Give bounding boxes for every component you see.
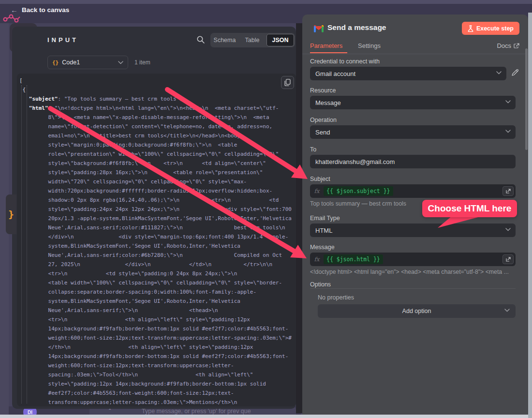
chevron-down-icon xyxy=(505,100,511,104)
expand-icon xyxy=(506,189,511,194)
panel-divider[interactable] xyxy=(296,23,302,413)
divider xyxy=(302,54,528,54)
operation-label: Operation xyxy=(310,117,337,123)
json-code-line: </th>\n <th align=\"left\" style=\"paddi… xyxy=(19,343,295,352)
json-code-line: "subject": "Top tools summary — best crm… xyxy=(19,94,295,104)
item-count: 1 item xyxy=(134,59,150,66)
chevron-down-icon xyxy=(505,130,511,133)
tab-table[interactable]: Table xyxy=(239,34,266,46)
tab-parameters[interactable]: Parameters xyxy=(310,42,342,49)
email-type-select[interactable]: HTML xyxy=(310,224,516,237)
json-code-line: shadow:0 2px 8px rgba(16,24,40,.06);\">\… xyxy=(19,195,295,205)
subject-preview: Top tools summary — best crm tools xyxy=(310,200,406,207)
docs-link[interactable]: Docs xyxy=(497,42,519,49)
json-code-line: <tr>\n <th align=\"left\" style=\"paddin… xyxy=(19,315,295,324)
tab-json[interactable]: JSON xyxy=(266,34,294,46)
to-value: khatterdivanshu@gmail.com xyxy=(315,158,395,165)
json-code-line: style=\"margin:0;padding:0;background:#f… xyxy=(19,140,295,149)
message-preview: <!doctype html> <html lang="en"> <head> … xyxy=(310,269,509,275)
chevron-down-icon xyxy=(118,61,123,64)
json-code-line: <table width=\"100%\" cellspacing=\"0\" … xyxy=(19,278,295,287)
node-header: Send a message Execute step xyxy=(302,15,528,40)
input-node-name: Code1 xyxy=(62,59,115,66)
json-code-line: name=\"format-detection\" content=\"tele… xyxy=(19,122,295,131)
message-label: Message xyxy=(310,244,335,251)
open-expression-editor-button[interactable] xyxy=(502,186,514,196)
open-expression-editor-button[interactable] xyxy=(502,254,514,264)
json-code-line: 27, 2025\n </div>\n </td>\n </tr>\n\n xyxy=(19,260,295,269)
tab-settings[interactable]: Settings xyxy=(358,42,381,49)
json-code-line: role=\"presentation\" width=\"100%\" cel… xyxy=(19,149,295,159)
add-option-label: Add option xyxy=(402,308,431,314)
json-code-line: transform:uppercase;letter-spacing:.03em… xyxy=(19,398,295,406)
code-braces-icon: {} xyxy=(52,60,59,66)
back-to-canvas[interactable]: ← Back to canvas xyxy=(11,6,69,14)
options-empty-text: No properties xyxy=(318,294,354,301)
json-code-line: Neue',Arial,sans-serif;color:#6b7280;\">… xyxy=(19,251,295,260)
json-code-line: [ xyxy=(19,76,295,85)
gmail-icon xyxy=(313,24,324,32)
window-top-edge xyxy=(0,0,532,4)
subject-label: Subject xyxy=(310,176,330,182)
json-code-line: Neue',Arial,sans-serif;color:#111827;\">… xyxy=(19,223,295,232)
json-code-line: width=\"720\" cellspacing=\"0\" cellpadd… xyxy=(19,177,295,186)
resource-select[interactable]: Message xyxy=(310,96,516,109)
back-arrow-icon: ← xyxy=(11,6,18,14)
subject-expression-input[interactable]: fx {{ $json.subject }} xyxy=(310,184,516,198)
edit-credential-icon[interactable] xyxy=(511,69,521,78)
expand-icon xyxy=(506,257,511,262)
json-code-line: system,BlinkMacSystemFont,'Segoe UI',Rob… xyxy=(19,241,295,251)
json-code-line: 14px;background:#f9fafb;border-bottom:1p… xyxy=(19,352,295,361)
scrollbar[interactable] xyxy=(525,48,528,150)
to-input[interactable]: khatterdivanshu@gmail.com xyxy=(310,155,516,168)
window-bottom-edge xyxy=(0,415,532,418)
json-code-line: Neue',Arial,sans-serif;\">\n <thead>\n xyxy=(19,306,295,315)
execute-step-button[interactable]: Execute step xyxy=(462,22,519,35)
input-panel: INPUT Schema Table JSON {} Code1 1 item … xyxy=(12,27,296,409)
operation-value: Send xyxy=(315,129,330,136)
back-label: Back to canvas xyxy=(22,6,69,14)
json-code-line: </div>\n <div style=\"margin-top:6px;fon… xyxy=(19,232,295,241)
json-code-line: spacing:.03em;\">Tool</th>\n <th align=\… xyxy=(19,370,295,379)
brace-handle[interactable]: } xyxy=(6,194,16,234)
operation-select[interactable]: Send xyxy=(310,125,516,139)
divider xyxy=(310,288,516,289)
json-code-line: <tr>\n <td style=\"padding:0 24px 8px 24… xyxy=(19,269,295,278)
input-node-selector[interactable]: {} Code1 xyxy=(47,56,128,69)
credential-label: Credential to connect with xyxy=(310,58,380,65)
credential-value: Gmail account xyxy=(315,70,355,77)
input-panel-title: INPUT xyxy=(47,36,78,44)
json-code-line: system,BlinkMacSystemFont,'Segoe UI',Rob… xyxy=(19,297,295,306)
add-option-button[interactable]: Add option xyxy=(318,304,516,318)
docs-label: Docs xyxy=(497,42,511,49)
options-label: Options xyxy=(310,281,331,288)
email-type-value: HTML xyxy=(315,227,332,234)
message-expression: {{ $json.html }} xyxy=(324,254,383,264)
json-code-line: weight:600;font-size:12px;text-transform… xyxy=(19,361,295,370)
message-expression-input[interactable]: fx {{ $json.html }} xyxy=(310,253,516,266)
json-code-line: weight:600;font-size:12px;text-transform… xyxy=(19,333,295,343)
chevron-down-icon xyxy=(504,309,510,312)
search-icon[interactable] xyxy=(196,35,207,45)
execute-step-label: Execute step xyxy=(476,25,514,32)
active-tab-underline xyxy=(310,52,347,53)
tab-schema[interactable]: Schema xyxy=(211,34,238,46)
display-mode-tabs: Schema Table JSON xyxy=(210,33,295,47)
chevron-down-icon xyxy=(496,71,502,75)
fx-icon: fx xyxy=(310,188,324,194)
copy-icon xyxy=(284,79,291,86)
json-code-line: style=\"padding:24px 24px 12px 24px;\">\… xyxy=(19,205,295,214)
fx-icon: fx xyxy=(310,256,324,263)
json-code-view[interactable]: [ { "subject": "Top tools summary — best… xyxy=(17,74,296,406)
choose-html-annotation: Choose HTML here xyxy=(422,200,517,217)
json-code-line: collapse:separate;border-spacing:0;width… xyxy=(19,287,295,297)
node-title: Send a message xyxy=(327,23,386,32)
json-code-line: width:720px;background:#ffffff;border-ra… xyxy=(19,186,295,195)
subject-expression: {{ $json.subject }} xyxy=(324,186,393,196)
chevron-down-icon xyxy=(505,228,511,231)
json-code-line: #eef2f7;color:#4b5563;font-weight:600;fo… xyxy=(19,388,295,398)
credential-select[interactable]: Gmail account xyxy=(310,67,506,80)
copy-button[interactable] xyxy=(281,76,294,89)
json-code-line: style=\"padding:12px 14px;background:#f9… xyxy=(19,379,295,388)
resource-label: Resource xyxy=(310,87,336,94)
